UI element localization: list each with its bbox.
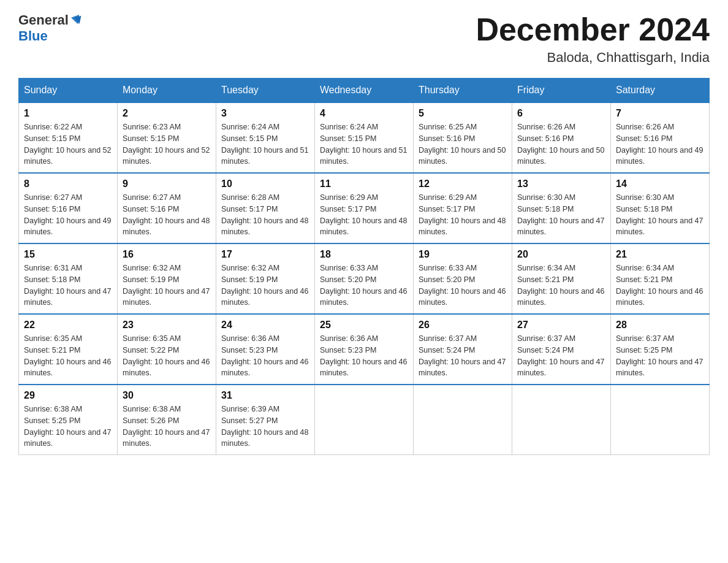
calendar-table: Sunday Monday Tuesday Wednesday Thursday… — [18, 78, 710, 455]
table-row: 2 Sunrise: 6:23 AM Sunset: 5:15 PM Dayli… — [118, 102, 216, 173]
day-info: Sunrise: 6:31 AM Sunset: 5:18 PM Dayligh… — [24, 262, 112, 308]
table-row: 28 Sunrise: 6:37 AM Sunset: 5:25 PM Dayl… — [611, 314, 710, 385]
day-number: 6 — [517, 108, 605, 119]
day-number: 10 — [221, 178, 309, 190]
day-info: Sunrise: 6:22 AM Sunset: 5:15 PM Dayligh… — [24, 121, 112, 167]
day-info: Sunrise: 6:26 AM Sunset: 5:16 PM Dayligh… — [616, 121, 704, 167]
table-row: 1 Sunrise: 6:22 AM Sunset: 5:15 PM Dayli… — [19, 102, 118, 173]
day-info: Sunrise: 6:23 AM Sunset: 5:15 PM Dayligh… — [123, 121, 211, 167]
table-row: 12 Sunrise: 6:29 AM Sunset: 5:17 PM Dayl… — [414, 173, 512, 243]
day-number: 4 — [320, 108, 408, 119]
day-number: 5 — [419, 108, 507, 119]
table-row: 22 Sunrise: 6:35 AM Sunset: 5:21 PM Dayl… — [19, 314, 118, 385]
table-row: 26 Sunrise: 6:37 AM Sunset: 5:24 PM Dayl… — [414, 314, 512, 385]
day-number: 18 — [320, 249, 408, 260]
table-row: 31 Sunrise: 6:39 AM Sunset: 5:27 PM Dayl… — [216, 385, 315, 455]
day-number: 25 — [320, 320, 408, 331]
day-number: 17 — [221, 249, 309, 260]
table-row: 19 Sunrise: 6:33 AM Sunset: 5:20 PM Dayl… — [414, 243, 512, 314]
day-number: 14 — [616, 178, 704, 190]
day-number: 1 — [24, 108, 112, 119]
day-number: 21 — [616, 249, 704, 260]
day-number: 29 — [24, 390, 112, 401]
col-friday: Friday — [512, 79, 611, 103]
day-info: Sunrise: 6:33 AM Sunset: 5:20 PM Dayligh… — [320, 262, 408, 308]
day-number: 15 — [24, 249, 112, 260]
calendar-week-row: 22 Sunrise: 6:35 AM Sunset: 5:21 PM Dayl… — [19, 314, 710, 385]
day-number: 8 — [24, 178, 112, 190]
day-info: Sunrise: 6:35 AM Sunset: 5:22 PM Dayligh… — [123, 333, 211, 379]
calendar-week-row: 29 Sunrise: 6:38 AM Sunset: 5:25 PM Dayl… — [19, 385, 710, 455]
col-monday: Monday — [118, 79, 216, 103]
day-info: Sunrise: 6:39 AM Sunset: 5:27 PM Dayligh… — [221, 404, 309, 450]
calendar-week-row: 1 Sunrise: 6:22 AM Sunset: 5:15 PM Dayli… — [19, 102, 710, 173]
day-number: 27 — [517, 320, 605, 331]
day-number: 9 — [123, 178, 211, 190]
table-row: 10 Sunrise: 6:28 AM Sunset: 5:17 PM Dayl… — [216, 173, 315, 243]
day-info: Sunrise: 6:34 AM Sunset: 5:21 PM Dayligh… — [517, 262, 605, 308]
day-info: Sunrise: 6:37 AM Sunset: 5:24 PM Dayligh… — [419, 333, 507, 379]
table-row: 15 Sunrise: 6:31 AM Sunset: 5:18 PM Dayl… — [19, 243, 118, 314]
day-info: Sunrise: 6:32 AM Sunset: 5:19 PM Dayligh… — [123, 262, 211, 308]
day-number: 26 — [419, 320, 507, 331]
calendar-week-row: 8 Sunrise: 6:27 AM Sunset: 5:16 PM Dayli… — [19, 173, 710, 243]
calendar-header-row: Sunday Monday Tuesday Wednesday Thursday… — [19, 79, 710, 103]
table-row: 9 Sunrise: 6:27 AM Sunset: 5:16 PM Dayli… — [118, 173, 216, 243]
table-row: 24 Sunrise: 6:36 AM Sunset: 5:23 PM Dayl… — [216, 314, 315, 385]
day-number: 31 — [221, 390, 309, 401]
table-row: 20 Sunrise: 6:34 AM Sunset: 5:21 PM Dayl… — [512, 243, 611, 314]
day-number: 7 — [616, 108, 704, 119]
table-row — [414, 385, 512, 455]
day-number: 23 — [123, 320, 211, 331]
day-info: Sunrise: 6:25 AM Sunset: 5:16 PM Dayligh… — [419, 121, 507, 167]
table-row — [315, 385, 414, 455]
day-info: Sunrise: 6:24 AM Sunset: 5:15 PM Dayligh… — [320, 121, 408, 167]
day-number: 16 — [123, 249, 211, 260]
table-row: 8 Sunrise: 6:27 AM Sunset: 5:16 PM Dayli… — [19, 173, 118, 243]
day-number: 30 — [123, 390, 211, 401]
table-row: 13 Sunrise: 6:30 AM Sunset: 5:18 PM Dayl… — [512, 173, 611, 243]
col-thursday: Thursday — [414, 79, 512, 103]
table-row: 23 Sunrise: 6:35 AM Sunset: 5:22 PM Dayl… — [118, 314, 216, 385]
day-info: Sunrise: 6:37 AM Sunset: 5:24 PM Dayligh… — [517, 333, 605, 379]
day-info: Sunrise: 6:38 AM Sunset: 5:25 PM Dayligh… — [24, 404, 112, 450]
table-row: 18 Sunrise: 6:33 AM Sunset: 5:20 PM Dayl… — [315, 243, 414, 314]
logo-blue-text: Blue — [18, 28, 48, 44]
day-info: Sunrise: 6:36 AM Sunset: 5:23 PM Dayligh… — [320, 333, 408, 379]
day-number: 24 — [221, 320, 309, 331]
table-row: 3 Sunrise: 6:24 AM Sunset: 5:15 PM Dayli… — [216, 102, 315, 173]
table-row: 16 Sunrise: 6:32 AM Sunset: 5:19 PM Dayl… — [118, 243, 216, 314]
day-info: Sunrise: 6:28 AM Sunset: 5:17 PM Dayligh… — [221, 192, 309, 238]
title-area: December 2024 Baloda, Chhattisgarh, Indi… — [476, 12, 710, 66]
day-number: 28 — [616, 320, 704, 331]
table-row: 4 Sunrise: 6:24 AM Sunset: 5:15 PM Dayli… — [315, 102, 414, 173]
day-number: 20 — [517, 249, 605, 260]
table-row: 29 Sunrise: 6:38 AM Sunset: 5:25 PM Dayl… — [19, 385, 118, 455]
table-row: 21 Sunrise: 6:34 AM Sunset: 5:21 PM Dayl… — [611, 243, 710, 314]
day-number: 12 — [419, 178, 507, 190]
col-saturday: Saturday — [611, 79, 710, 103]
day-info: Sunrise: 6:26 AM Sunset: 5:16 PM Dayligh… — [517, 121, 605, 167]
day-info: Sunrise: 6:30 AM Sunset: 5:18 PM Dayligh… — [517, 192, 605, 238]
logo: General Blue — [18, 12, 83, 44]
calendar-week-row: 15 Sunrise: 6:31 AM Sunset: 5:18 PM Dayl… — [19, 243, 710, 314]
day-number: 2 — [123, 108, 211, 119]
table-row: 27 Sunrise: 6:37 AM Sunset: 5:24 PM Dayl… — [512, 314, 611, 385]
day-number: 13 — [517, 178, 605, 190]
col-sunday: Sunday — [19, 79, 118, 103]
table-row: 5 Sunrise: 6:25 AM Sunset: 5:16 PM Dayli… — [414, 102, 512, 173]
day-info: Sunrise: 6:38 AM Sunset: 5:26 PM Dayligh… — [123, 404, 211, 450]
col-wednesday: Wednesday — [315, 79, 414, 103]
day-info: Sunrise: 6:36 AM Sunset: 5:23 PM Dayligh… — [221, 333, 309, 379]
table-row: 6 Sunrise: 6:26 AM Sunset: 5:16 PM Dayli… — [512, 102, 611, 173]
logo-arrow-icon — [70, 13, 83, 27]
col-tuesday: Tuesday — [216, 79, 315, 103]
day-info: Sunrise: 6:33 AM Sunset: 5:20 PM Dayligh… — [419, 262, 507, 308]
day-info: Sunrise: 6:29 AM Sunset: 5:17 PM Dayligh… — [419, 192, 507, 238]
location-subtitle: Baloda, Chhattisgarh, India — [476, 50, 710, 66]
month-title: December 2024 — [476, 12, 710, 47]
day-info: Sunrise: 6:32 AM Sunset: 5:19 PM Dayligh… — [221, 262, 309, 308]
logo-general-text: General — [18, 12, 69, 28]
day-info: Sunrise: 6:34 AM Sunset: 5:21 PM Dayligh… — [616, 262, 704, 308]
day-info: Sunrise: 6:29 AM Sunset: 5:17 PM Dayligh… — [320, 192, 408, 238]
